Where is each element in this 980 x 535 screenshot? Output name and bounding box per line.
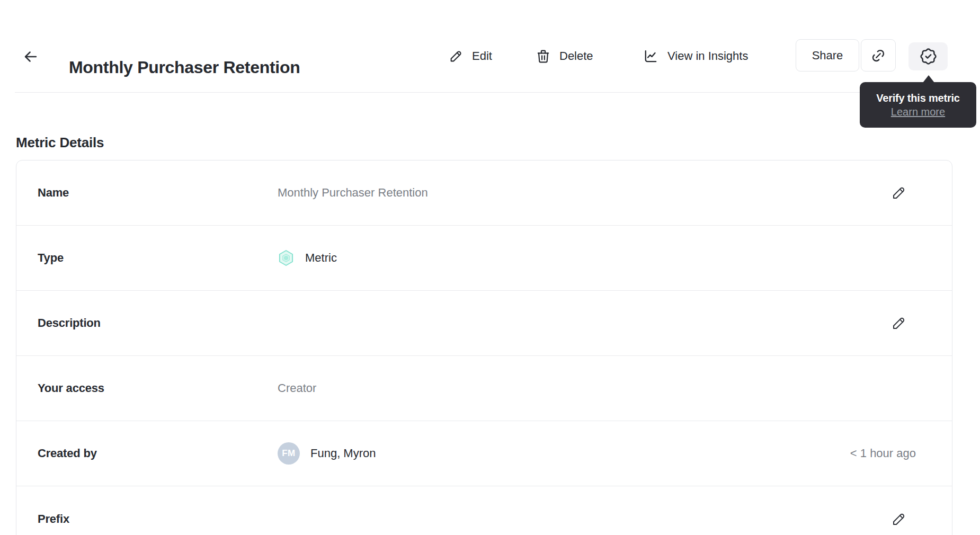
row-value: Creator (278, 381, 952, 395)
learn-more-link[interactable]: Learn more (891, 106, 945, 118)
view-in-insights-label: View in Insights (667, 49, 748, 63)
delete-button[interactable]: Delete (536, 44, 593, 68)
table-row-prefix: Prefix (16, 486, 952, 535)
avatar: FM (278, 442, 300, 465)
metric-details-page: Monthly Purchaser Retention Edit Delete … (0, 0, 980, 535)
trash-icon (536, 49, 551, 64)
row-label: Name (38, 186, 278, 200)
edit-description-button[interactable] (890, 315, 907, 332)
page-title: Monthly Purchaser Retention (69, 56, 300, 78)
verify-tooltip: Verify this metric Learn more (860, 82, 976, 128)
row-label: Prefix (38, 512, 278, 526)
table-row-created-by: Created by FM Fung, Myron < 1 hour ago (16, 421, 952, 486)
edit-button-label: Edit (472, 49, 492, 63)
edit-prefix-button[interactable] (890, 511, 907, 528)
row-label: Created by (38, 447, 278, 460)
row-value: Monthly Purchaser Retention (278, 186, 890, 200)
row-label: Description (38, 316, 278, 330)
table-row-description: Description (16, 291, 952, 356)
verify-metric-button[interactable] (908, 42, 948, 70)
pencil-icon (449, 49, 464, 64)
verified-badge-icon (919, 47, 938, 66)
share-button[interactable]: Share (796, 39, 859, 72)
delete-button-label: Delete (559, 49, 593, 63)
tooltip-arrow (923, 75, 934, 83)
metric-details-card: Name Monthly Purchaser Retention Type (16, 160, 952, 535)
pencil-icon (891, 315, 907, 331)
copy-link-button[interactable] (861, 39, 896, 72)
row-label: Type (38, 251, 278, 265)
share-button-label: Share (812, 49, 843, 63)
header-divider (15, 92, 965, 93)
link-icon (870, 48, 886, 64)
table-row-type: Type Metric (16, 226, 952, 291)
row-label: Your access (38, 381, 278, 395)
edit-button[interactable]: Edit (449, 44, 492, 68)
back-button[interactable] (19, 45, 42, 68)
pencil-icon (891, 511, 907, 527)
created-by-value: Fung, Myron (310, 447, 376, 460)
pencil-icon (891, 185, 907, 201)
section-heading: Metric Details (16, 135, 104, 151)
type-value: Metric (305, 251, 337, 265)
table-row-your-access: Your access Creator (16, 356, 952, 421)
back-arrow-icon (22, 48, 40, 66)
edit-name-button[interactable] (890, 184, 907, 201)
line-chart-icon (643, 48, 659, 65)
table-row-name: Name Monthly Purchaser Retention (16, 160, 952, 226)
tooltip-title: Verify this metric (876, 92, 960, 104)
hexagon-metric-icon (278, 249, 295, 266)
created-timestamp: < 1 hour ago (850, 447, 916, 460)
view-in-insights-button[interactable]: View in Insights (643, 44, 748, 68)
